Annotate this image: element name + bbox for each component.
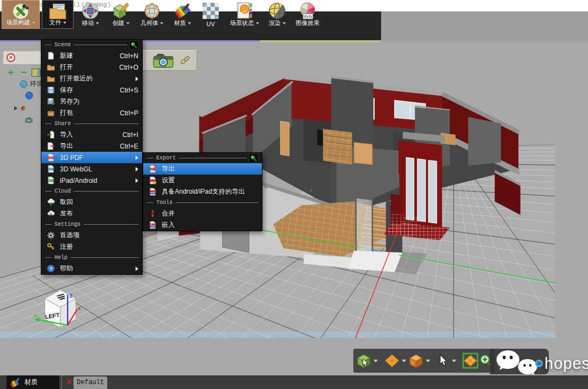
submenu-arrow-icon: [136, 167, 138, 171]
tree-collapse-all-button[interactable]: −: [21, 66, 27, 78]
menu-item-register[interactable]: 注册: [41, 241, 142, 252]
menu-item-package[interactable]: 打包Ctrl+P: [41, 107, 142, 119]
chevron-down-icon[interactable]: [402, 360, 406, 362]
scene-panel-header: ✕: [3, 51, 42, 65]
tree-item-objects[interactable]: [14, 104, 30, 112]
export-submenu: Export 导出 设置 具备Android/iPad支持的导出 Tools 合…: [143, 152, 262, 231]
tree-expand-all-button[interactable]: +: [8, 66, 14, 78]
cursor-button[interactable]: [436, 354, 458, 368]
viewport-bottom-toolbar: [353, 349, 495, 373]
expand-arrow-icon[interactable]: [14, 106, 17, 110]
merge-icon: [149, 209, 157, 218]
chevron-down-icon[interactable]: [32, 22, 35, 24]
ribbon-tab-label: UV: [206, 21, 215, 27]
chevron-down-icon[interactable]: [63, 22, 66, 24]
submenu-item-export[interactable]: 导出: [143, 163, 262, 175]
menu-item-publish[interactable]: 发布: [41, 208, 142, 219]
chevron-down-icon[interactable]: [426, 360, 430, 362]
material-tab[interactable]: 材质: [7, 375, 59, 389]
menu-item-ipad-android[interactable]: iPad/Android: [41, 175, 142, 186]
ribbon-tab-scene-states[interactable]: 场景状态: [225, 0, 264, 29]
pin-icon: [130, 41, 138, 49]
pin-button[interactable]: [129, 40, 139, 50]
pin-button[interactable]: [249, 153, 259, 163]
ribbon-tab-label: 移动: [82, 20, 94, 26]
close-icon[interactable]: ✕: [66, 378, 72, 386]
menu-item-3d-pdf[interactable]: 3D PDF: [41, 152, 142, 163]
ribbon-tab-create[interactable]: 创建: [107, 0, 135, 29]
ribbon-tab-scene-build[interactable]: 场景构建: [2, 0, 40, 29]
menu-item-open[interactable]: 打开Ctrl+O: [41, 61, 142, 73]
link-icon[interactable]: [180, 55, 191, 66]
save-icon: [47, 86, 55, 94]
cursor-icon: [436, 354, 450, 368]
menu-item-save-as[interactable]: 另存为: [41, 96, 142, 107]
solid-cube-icon: [408, 353, 424, 369]
chevron-down-icon[interactable]: [256, 22, 259, 24]
watermark: hopesy: [492, 347, 546, 380]
tree-item-camera[interactable]: [25, 116, 35, 124]
menu-item-3d-webgl[interactable]: 3D WebGL: [41, 163, 142, 175]
tree-item-environment[interactable]: 环境: [20, 79, 43, 89]
register-key-icon: [47, 243, 55, 251]
watermark-text: hopesy: [544, 355, 588, 373]
webgl-icon: [47, 165, 55, 173]
submenu-item-mobile-export[interactable]: 具备Android/iPad支持的导出: [143, 186, 262, 197]
save-as-icon: [47, 97, 55, 106]
ribbon-tab-label: 渲染: [269, 20, 281, 26]
select-cube-button[interactable]: [356, 353, 379, 369]
ribbon-tab-file[interactable]: 文件: [42, 0, 74, 29]
menu-item-import[interactable]: 导入Ctrl+I: [41, 129, 142, 140]
menu-item-open-recent[interactable]: 打开最近的: [41, 73, 142, 84]
menu-item-preferences[interactable]: 首选项: [41, 230, 142, 241]
tree-item-earth[interactable]: [25, 91, 35, 100]
tree-toolbar-icon[interactable]: [32, 69, 41, 77]
chevron-down-icon[interactable]: [96, 22, 99, 24]
cloud-download-icon: [47, 198, 55, 206]
ribbon-tab-uv[interactable]: UV: [197, 0, 224, 29]
help-icon: [47, 264, 55, 273]
menu-item-save[interactable]: 保存Ctrl+S: [41, 84, 142, 96]
active-plane-button[interactable]: [462, 353, 479, 369]
submenu-item-merge[interactable]: 合并: [143, 208, 262, 219]
camera-capture-icon[interactable]: [152, 52, 175, 69]
scene-build-icon: [11, 2, 30, 21]
chevron-down-icon[interactable]: [188, 22, 191, 24]
submenu-item-embed[interactable]: 嵌入: [143, 219, 262, 231]
divider: [61, 375, 62, 389]
x-axis-label: X: [78, 306, 81, 311]
ribbon-tab-material[interactable]: 材质: [169, 0, 196, 29]
chevron-down-icon[interactable]: [126, 22, 130, 24]
export-icon: [47, 142, 55, 150]
menu-item-export[interactable]: 导出Ctrl+E: [41, 140, 142, 152]
chevron-down-icon[interactable]: [283, 22, 286, 24]
y-axis-label: Y: [34, 313, 37, 319]
app-window: SimLab Composer v9.0.1 ( Floating ) 场景构建…: [0, 0, 588, 389]
menu-item-retrieve[interactable]: 取回: [41, 196, 142, 208]
menu-item-new[interactable]: 新建Ctrl+N: [41, 50, 142, 61]
pdf-export-icon: [149, 165, 157, 173]
chevron-down-icon[interactable]: [160, 22, 163, 24]
ribbon-tab-geometry[interactable]: 几何体: [136, 0, 168, 29]
embed-icon: [149, 221, 157, 229]
ribbon-tab-image-effects[interactable]: 图像效果: [291, 0, 324, 29]
viewport-top-toolbar: [143, 50, 197, 71]
close-icon[interactable]: ✕: [7, 53, 15, 62]
ribbon-tab-render[interactable]: 渲染: [265, 0, 290, 29]
material-palette-icon: [9, 376, 21, 388]
menu-section-cloud: Cloud: [41, 186, 142, 196]
pin-icon: [250, 155, 258, 162]
menu-item-help[interactable]: 帮助: [41, 263, 142, 274]
ground-plane-icon: [384, 353, 400, 369]
active-plane-icon: [462, 353, 479, 369]
scene-states-icon: [235, 2, 254, 20]
solid-cube-button[interactable]: [408, 353, 432, 369]
package-icon: [47, 109, 55, 117]
ribbon-tab-move[interactable]: 移动: [75, 0, 106, 29]
chevron-down-icon[interactable]: [373, 360, 378, 362]
default-material-tab[interactable]: Default: [74, 376, 107, 389]
chevron-down-icon[interactable]: [452, 360, 456, 362]
cloud-upload-icon: [47, 209, 55, 218]
ground-plane-button[interactable]: [384, 353, 408, 369]
submenu-item-settings[interactable]: 设置: [143, 175, 262, 186]
